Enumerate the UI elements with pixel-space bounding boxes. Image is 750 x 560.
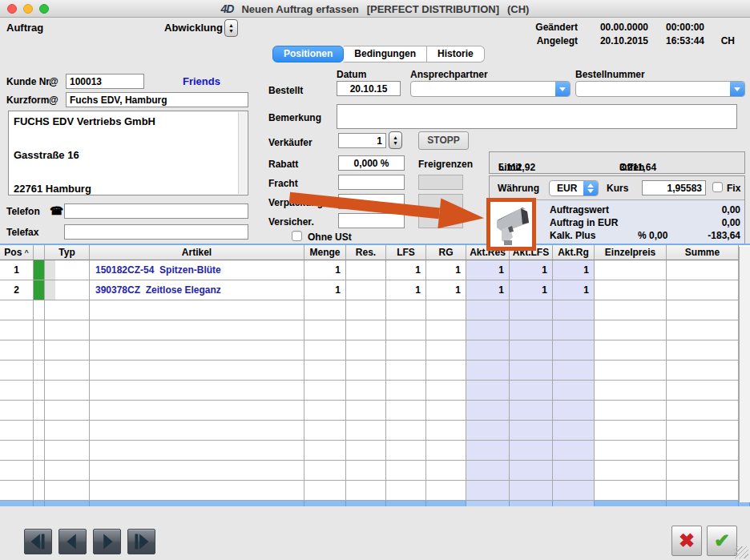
waehrung-label: Währung bbox=[498, 183, 539, 194]
verpackung-freigrenze-field bbox=[418, 194, 463, 209]
table-row-empty[interactable] bbox=[0, 421, 739, 441]
verkaeufer-stepper[interactable]: ▲▼ bbox=[389, 131, 402, 149]
accept-check-icon: ✔ bbox=[714, 530, 730, 551]
ansprechpartner-label: Ansprechpartner bbox=[410, 69, 488, 80]
previous-record-button[interactable] bbox=[58, 529, 87, 554]
cell-artikel: 150182CZ-54 Spitzen-Blüte bbox=[90, 260, 304, 280]
cell-akt-lfs: 1 bbox=[510, 260, 553, 280]
address-line: Gasstraße 16 bbox=[14, 148, 248, 165]
chevron-up-down-icon[interactable] bbox=[583, 181, 598, 195]
telefax-input[interactable] bbox=[64, 224, 248, 240]
chevron-down-icon[interactable] bbox=[730, 82, 744, 96]
cell-akt-res: 1 bbox=[466, 260, 510, 280]
table-row-empty[interactable] bbox=[0, 381, 739, 401]
last-record-button[interactable] bbox=[127, 529, 155, 554]
table-row-empty[interactable] bbox=[0, 441, 739, 461]
verkaeufer-input[interactable] bbox=[338, 133, 386, 148]
first-record-button[interactable] bbox=[24, 529, 52, 554]
titlebar[interactable]: 4D Neuen Auftrag erfassen [PERFECT DISTR… bbox=[0, 0, 750, 18]
waehrung-popup[interactable]: EUR bbox=[549, 180, 599, 196]
kalk-plus-percent: % 0,00 bbox=[638, 230, 684, 241]
table-row-empty[interactable] bbox=[0, 320, 739, 340]
bestellt-datum-input[interactable] bbox=[337, 81, 401, 96]
table-row-empty[interactable] bbox=[0, 361, 739, 381]
column-header-menge[interactable]: Menge bbox=[304, 245, 346, 260]
last-record-icon bbox=[128, 529, 155, 554]
table-row-empty[interactable] bbox=[0, 461, 739, 481]
fix-checkbox[interactable] bbox=[712, 182, 723, 192]
ansprechpartner-combobox[interactable] bbox=[410, 81, 571, 97]
verpackung-label: Verpackung bbox=[268, 197, 323, 208]
telefon-label: Telefon bbox=[6, 206, 40, 217]
rabatt-input[interactable] bbox=[338, 155, 405, 171]
column-header-res[interactable]: Res. bbox=[346, 245, 386, 260]
column-header-lfs[interactable]: LFS bbox=[386, 245, 426, 260]
kurzform-input[interactable] bbox=[66, 92, 248, 107]
table-row-empty[interactable] bbox=[0, 340, 739, 361]
previous-record-icon bbox=[59, 529, 86, 554]
barcode-scanner-icon[interactable] bbox=[490, 202, 532, 247]
first-record-icon bbox=[25, 529, 51, 554]
chevron-down-icon[interactable] bbox=[555, 82, 570, 96]
tab-bar: Positionen Bedingungen Historie bbox=[272, 46, 485, 62]
created-time: 16:53:44 bbox=[648, 35, 704, 46]
verpackung-input[interactable] bbox=[338, 194, 405, 209]
next-record-icon bbox=[94, 529, 120, 554]
versicher-freigrenze-field bbox=[418, 213, 463, 228]
abwicklung-stepper[interactable]: ▲▼ bbox=[224, 19, 238, 37]
table-vertical-scrollbar[interactable] bbox=[739, 247, 750, 502]
window-title-suffix: [PERFECT DISTRIBUTION] bbox=[367, 3, 499, 15]
window-resize-grip[interactable] bbox=[734, 546, 748, 558]
table-row[interactable]: 2 390378CZ Zeitlose Eleganz 1 1 1 1 1 1 bbox=[0, 280, 739, 300]
table-row[interactable]: 1 150182CZ-54 Spitzen-Blüte 1 1 1 1 1 1 bbox=[0, 260, 739, 280]
table-row-empty[interactable] bbox=[0, 300, 739, 320]
address-scrollbar[interactable] bbox=[238, 112, 247, 194]
tab-historie[interactable]: Historie bbox=[427, 46, 485, 62]
offen-value: 3.211,64 bbox=[619, 162, 656, 173]
column-header-pos[interactable]: Pos^ bbox=[0, 245, 34, 260]
bestellnummer-combobox[interactable] bbox=[575, 81, 745, 97]
cell-einzelpreis bbox=[595, 280, 667, 300]
window-title: 4D Neuen Auftrag erfassen [PERFECT DISTR… bbox=[0, 0, 750, 18]
application-window: 4D Neuen Auftrag erfassen [PERFECT DISTR… bbox=[0, 0, 750, 560]
accept-button[interactable]: ✔ bbox=[707, 526, 737, 556]
cell-rg: 1 bbox=[426, 260, 466, 280]
ohne-ust-checkbox[interactable] bbox=[292, 231, 302, 241]
fix-label: Fix bbox=[727, 183, 740, 194]
table-bottom-scroll-strip[interactable] bbox=[0, 501, 750, 506]
cell-rg: 1 bbox=[426, 280, 466, 300]
fracht-freigrenze-field bbox=[418, 175, 463, 190]
tab-bedingungen[interactable]: Bedingungen bbox=[344, 46, 427, 62]
next-record-button[interactable] bbox=[93, 529, 121, 554]
kunde-nr-input[interactable] bbox=[66, 74, 144, 89]
column-header-color[interactable] bbox=[34, 245, 45, 260]
at-icon: @ bbox=[49, 95, 58, 106]
fracht-input[interactable] bbox=[338, 175, 405, 190]
column-header-rg[interactable]: RG bbox=[426, 245, 466, 260]
column-header-artikel[interactable]: Artikel bbox=[90, 245, 304, 260]
column-header-typ[interactable]: Typ bbox=[45, 245, 90, 260]
cell-akt-rg: 1 bbox=[553, 280, 595, 300]
versicher-input[interactable] bbox=[338, 213, 405, 228]
bemerkung-textarea[interactable] bbox=[337, 104, 737, 129]
column-header-akt-rg[interactable]: Akt.Rg bbox=[553, 245, 595, 260]
table-row-empty[interactable] bbox=[0, 401, 739, 421]
country-code: CH bbox=[704, 35, 735, 46]
address-textarea[interactable]: FUCHS EDV Vertriebs GmbH Gasstraße 16 22… bbox=[8, 111, 248, 195]
cell-lfs: 1 bbox=[386, 280, 426, 300]
friends-link[interactable]: Friends bbox=[183, 75, 220, 87]
column-header-einzelpreis[interactable]: Einzelpreis bbox=[595, 245, 667, 260]
telefon-input[interactable] bbox=[64, 203, 248, 219]
table-row-empty[interactable] bbox=[0, 481, 739, 501]
auftragswert-value: 0,00 bbox=[684, 204, 740, 216]
column-header-summe[interactable]: Summe bbox=[667, 245, 739, 260]
stopp-button[interactable]: STOPP bbox=[418, 131, 469, 150]
kurs-input[interactable] bbox=[642, 180, 706, 195]
positions-table: Pos^ Typ Artikel Menge Res. LFS RG Akt.R… bbox=[0, 244, 750, 506]
abwicklung-label: Abwicklung bbox=[164, 22, 223, 34]
cell-akt-lfs: 1 bbox=[510, 280, 553, 300]
limit-box: Limit 5.112,92 Offen 3.211,64 bbox=[489, 151, 745, 174]
tab-positionen[interactable]: Positionen bbox=[272, 46, 344, 62]
cancel-button[interactable]: ✖ bbox=[671, 526, 702, 556]
at-icon: @ bbox=[49, 76, 58, 87]
